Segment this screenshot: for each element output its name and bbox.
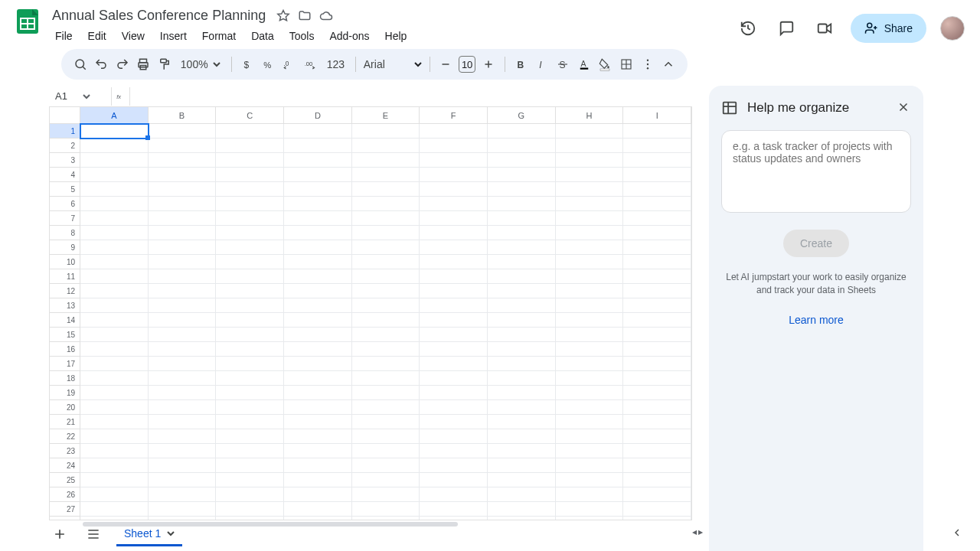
cell[interactable] [556, 429, 624, 444]
increase-font-icon[interactable] [480, 54, 497, 75]
cell[interactable] [556, 240, 624, 255]
horizontal-scroll-arrows[interactable]: ◀▶ [692, 529, 703, 536]
cell[interactable] [623, 211, 691, 226]
cell[interactable] [556, 473, 624, 487]
search-icon[interactable] [72, 54, 89, 75]
cell[interactable] [488, 269, 556, 284]
cell[interactable] [149, 458, 217, 473]
share-button[interactable]: Share [851, 14, 926, 43]
row-header[interactable]: 23 [50, 444, 80, 458]
menu-addons[interactable]: Add-ons [323, 27, 375, 45]
row-header[interactable]: 16 [50, 342, 80, 357]
decrease-decimal-icon[interactable]: .0 [282, 54, 299, 75]
cell[interactable] [488, 124, 556, 139]
cell[interactable] [149, 240, 217, 255]
cell[interactable] [488, 240, 556, 255]
menu-tools[interactable]: Tools [283, 27, 321, 45]
cell[interactable] [623, 139, 691, 153]
column-header[interactable]: C [216, 107, 284, 123]
cell[interactable] [420, 284, 488, 298]
cell[interactable] [488, 386, 556, 400]
cell[interactable] [149, 168, 217, 182]
cell[interactable] [284, 153, 352, 168]
font-size-input[interactable]: 10 [459, 56, 475, 73]
cell[interactable] [556, 255, 624, 269]
cell[interactable] [488, 415, 556, 429]
cell[interactable] [556, 124, 624, 139]
column-header[interactable]: F [420, 107, 488, 123]
row-header[interactable]: 1 [50, 124, 80, 139]
cell[interactable] [149, 342, 217, 357]
cell[interactable] [216, 182, 284, 197]
cell[interactable] [488, 313, 556, 328]
cell[interactable] [352, 139, 420, 153]
cell[interactable] [623, 328, 691, 342]
name-box[interactable]: A1 [49, 87, 112, 106]
percent-icon[interactable]: % [260, 54, 277, 75]
cell[interactable] [488, 182, 556, 197]
cell[interactable] [149, 197, 217, 211]
cell[interactable] [80, 313, 149, 328]
cell[interactable] [556, 182, 624, 197]
cell[interactable] [623, 255, 691, 269]
cell[interactable] [352, 255, 420, 269]
cell[interactable] [284, 400, 352, 415]
cell[interactable] [284, 240, 352, 255]
cell[interactable] [420, 429, 488, 444]
cell[interactable] [284, 444, 352, 458]
row-header[interactable]: 10 [50, 255, 80, 269]
row-header[interactable]: 18 [50, 371, 80, 386]
cell[interactable] [623, 502, 691, 517]
formula-bar[interactable] [130, 87, 692, 106]
cell[interactable] [488, 153, 556, 168]
cell[interactable] [488, 226, 556, 240]
create-button[interactable]: Create [783, 230, 849, 257]
column-header[interactable]: B [149, 107, 217, 123]
cell[interactable] [420, 400, 488, 415]
row-header[interactable]: 9 [50, 240, 80, 255]
cell[interactable] [149, 284, 217, 298]
cell[interactable] [80, 284, 149, 298]
comments-icon[interactable] [774, 16, 799, 41]
cell[interactable] [284, 313, 352, 328]
fill-color-icon[interactable] [597, 54, 614, 75]
cell[interactable] [623, 168, 691, 182]
cell[interactable] [623, 400, 691, 415]
cell[interactable] [556, 313, 624, 328]
doc-title[interactable]: Annual Sales Conference Planning [49, 6, 269, 25]
cell[interactable] [149, 429, 217, 444]
cell[interactable] [556, 153, 624, 168]
cell[interactable] [623, 313, 691, 328]
learn-more-link[interactable]: Learn more [721, 314, 911, 326]
cell[interactable] [216, 211, 284, 226]
chevron-left-icon[interactable] [951, 527, 966, 542]
cell[interactable] [216, 386, 284, 400]
cell[interactable] [149, 487, 217, 502]
cell[interactable] [80, 400, 149, 415]
cell[interactable] [80, 429, 149, 444]
column-header[interactable]: H [556, 107, 624, 123]
cell[interactable] [420, 197, 488, 211]
row-header[interactable]: 6 [50, 197, 80, 211]
cell[interactable] [623, 269, 691, 284]
cell[interactable] [216, 284, 284, 298]
cell[interactable] [80, 269, 149, 284]
cell[interactable] [149, 357, 217, 371]
cell[interactable] [420, 342, 488, 357]
cell[interactable] [284, 371, 352, 386]
cell[interactable] [80, 444, 149, 458]
cell[interactable] [149, 502, 217, 517]
currency-icon[interactable]: $ [239, 54, 256, 75]
cell[interactable] [420, 269, 488, 284]
cell[interactable] [80, 298, 149, 313]
cell[interactable] [352, 371, 420, 386]
cell[interactable] [149, 139, 217, 153]
cell[interactable] [556, 342, 624, 357]
cell[interactable] [80, 226, 149, 240]
cell[interactable] [352, 240, 420, 255]
paint-format-icon[interactable] [156, 54, 173, 75]
cell[interactable] [488, 211, 556, 226]
cell[interactable] [623, 415, 691, 429]
cell[interactable] [284, 429, 352, 444]
cell[interactable] [420, 357, 488, 371]
